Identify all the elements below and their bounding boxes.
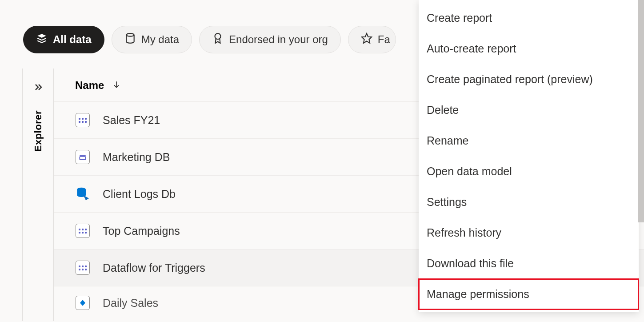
item-label: Dataflow for Triggers [103, 262, 205, 274]
explorer-label: Explorer [32, 110, 44, 152]
dataset-icon [75, 260, 90, 275]
warehouse-icon [75, 186, 90, 201]
menu-item-auto-create-report[interactable]: Auto-create report [419, 33, 639, 64]
filter-label: Fa [378, 33, 390, 46]
database-icon [124, 32, 136, 47]
item-label: Sales FY21 [103, 114, 160, 127]
scrollbar[interactable] [638, 0, 644, 222]
item-label: Marketing DB [103, 151, 170, 164]
datamart-icon [75, 149, 90, 165]
menu-item-create-paginated-report[interactable]: Create paginated report (preview) [419, 64, 639, 95]
explorer-rail: Explorer [23, 68, 54, 321]
context-menu: Create report Auto-create report Create … [419, 0, 639, 312]
svg-point-0 [126, 33, 134, 36]
dataflow-icon [75, 295, 90, 310]
star-icon [361, 32, 372, 47]
menu-item-create-report[interactable]: Create report [419, 3, 639, 33]
filter-all-data[interactable]: All data [23, 26, 104, 53]
column-header-label: Name [75, 79, 104, 92]
item-label: Top Campaigns [103, 225, 180, 237]
menu-item-manage-permissions[interactable]: Manage permissions [419, 279, 639, 310]
ribbon-icon [212, 32, 224, 47]
filter-label: All data [53, 33, 92, 46]
menu-item-delete[interactable]: Delete [419, 95, 639, 125]
dataset-icon [75, 223, 90, 238]
filter-my-data[interactable]: My data [112, 26, 192, 53]
dataset-icon [75, 113, 90, 128]
filter-label: Endorsed in your org [229, 33, 328, 46]
svg-rect-3 [80, 157, 85, 160]
menu-item-refresh-history[interactable]: Refresh history [419, 217, 639, 248]
filter-label: My data [141, 33, 179, 46]
expand-icon[interactable] [33, 82, 44, 94]
sort-arrow-down-icon [112, 79, 121, 92]
svg-rect-2 [80, 155, 85, 156]
item-label: Client Logs Db [103, 188, 176, 201]
stack-icon [36, 32, 48, 47]
item-label: Daily Sales [103, 297, 158, 310]
menu-item-open-data-model[interactable]: Open data model [419, 156, 639, 187]
menu-item-settings[interactable]: Settings [419, 187, 639, 217]
filter-endorsed[interactable]: Endorsed in your org [199, 26, 341, 53]
filter-favorites[interactable]: Fa [348, 26, 396, 53]
svg-point-1 [215, 33, 221, 39]
menu-item-download-file[interactable]: Download this file [419, 248, 639, 279]
menu-item-rename[interactable]: Rename [419, 125, 639, 156]
